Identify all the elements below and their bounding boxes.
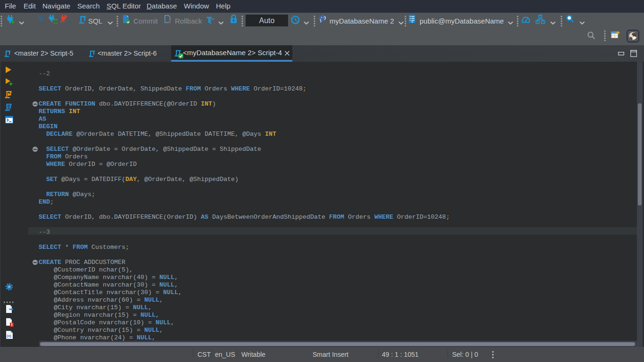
svg-text:(x): (x) <box>7 334 11 338</box>
